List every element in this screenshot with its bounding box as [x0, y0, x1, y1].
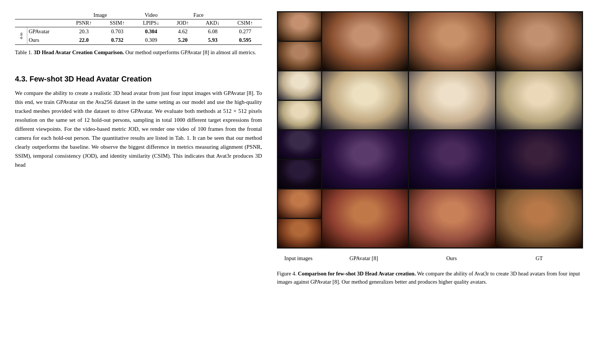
col-group-video: Video — [134, 11, 168, 19]
input-face-2a — [278, 71, 321, 100]
col-header-lpips: LPIPS↓ — [134, 19, 168, 27]
figure-caption: Figure 4. Comparison for few-shot 3D Hea… — [277, 270, 583, 286]
col-header-csim: CSIM↑ — [228, 19, 262, 27]
ours-face-row3 — [409, 130, 495, 188]
col-label-input: Input images — [277, 255, 320, 262]
row-group-label: 4-in — [15, 27, 27, 45]
col-group-face: Face — [168, 11, 228, 19]
ours-akd: 5.93 — [197, 36, 229, 45]
gpavatar-psnr: 20.3 — [67, 27, 101, 36]
gt-face-row1 — [496, 12, 582, 70]
col-header-akd: AKD↓ — [197, 19, 229, 27]
image-grid — [277, 11, 583, 249]
table-section: Image Video Face PSNR↑ SSIM↑ LPIPS↓ JOD↑… — [15, 11, 262, 57]
col-label-gpavatar: GPAvatar [8] — [320, 255, 408, 262]
gt-face-row4 — [496, 189, 582, 247]
ours-face-row4 — [409, 189, 495, 247]
grid-input-col-row4 — [278, 189, 321, 247]
right-column: Input images GPAvatar [8] Ours GT Figure… — [277, 11, 583, 353]
section-heading: 4.3. Few-shot 3D Head Avatar Creation — [15, 75, 262, 83]
grid-input-col-row2 — [278, 71, 321, 129]
gpavatar-face-row2 — [322, 71, 408, 129]
col-header-ssim: SSIM↑ — [101, 19, 134, 27]
ours-face-row2 — [409, 71, 495, 129]
method-gpavatar: GPAvatar — [27, 27, 67, 36]
grid-input-col-row1 — [278, 12, 321, 70]
gpavatar-face-row1 — [322, 12, 408, 70]
input-face-1a — [278, 12, 321, 41]
col-label-gt: GT — [495, 255, 583, 262]
table-row: 4-in GPAvatar 20.3 0.703 0.304 4.62 6.08… — [15, 27, 262, 36]
col-group-image: Image — [67, 11, 134, 19]
input-face-3a — [278, 130, 321, 159]
body-text: We compare the ability to create a reali… — [15, 89, 262, 169]
col-label-ours: Ours — [408, 255, 495, 262]
input-face-4a — [278, 189, 321, 218]
table-caption-number: Table 1. — [15, 49, 33, 55]
col-header-psnr: PSNR↑ — [67, 19, 101, 27]
figure-caption-bold: Comparison for few-shot 3D Head Avatar c… — [298, 271, 416, 277]
ours-lpips: 0.309 — [134, 36, 168, 45]
table-row: Ours 22.0 0.732 0.309 5.20 5.93 0.595 — [15, 36, 262, 45]
gpavatar-akd: 6.08 — [197, 27, 229, 36]
method-ours: Ours — [27, 36, 67, 45]
gpavatar-ssim: 0.703 — [101, 27, 134, 36]
figure-caption-number: Figure 4. — [277, 271, 296, 277]
left-column: Image Video Face PSNR↑ SSIM↑ LPIPS↓ JOD↑… — [15, 11, 262, 353]
grid-input-col-row3 — [278, 130, 321, 188]
input-face-2b — [278, 101, 321, 129]
ours-jod: 5.20 — [168, 36, 197, 45]
gpavatar-face-row4 — [322, 189, 408, 247]
table-caption-text: Our method outperforms GPAvatar [8] in a… — [125, 49, 256, 55]
ours-psnr: 22.0 — [67, 36, 101, 45]
ours-face-row1 — [409, 12, 495, 70]
table-caption-bold: 3D Head Avatar Creation Comparison. — [34, 49, 124, 55]
table-caption: Table 1. 3D Head Avatar Creation Compari… — [15, 49, 262, 57]
gpavatar-face-row3 — [322, 130, 408, 188]
col-labels: Input images GPAvatar [8] Ours GT — [277, 253, 583, 263]
gpavatar-jod: 4.62 — [168, 27, 197, 36]
gt-face-row2 — [496, 71, 582, 129]
gpavatar-lpips: 0.304 — [134, 27, 168, 36]
ours-ssim: 0.732 — [101, 36, 134, 45]
comparison-table: Image Video Face PSNR↑ SSIM↑ LPIPS↓ JOD↑… — [15, 11, 262, 45]
ours-csim: 0.595 — [228, 36, 262, 45]
col-header-jod: JOD↑ — [168, 19, 197, 27]
input-face-4b — [278, 219, 321, 247]
input-face-3b — [278, 160, 321, 188]
gpavatar-csim: 0.277 — [228, 27, 262, 36]
gt-face-row3 — [496, 130, 582, 188]
input-face-1b — [278, 42, 321, 70]
